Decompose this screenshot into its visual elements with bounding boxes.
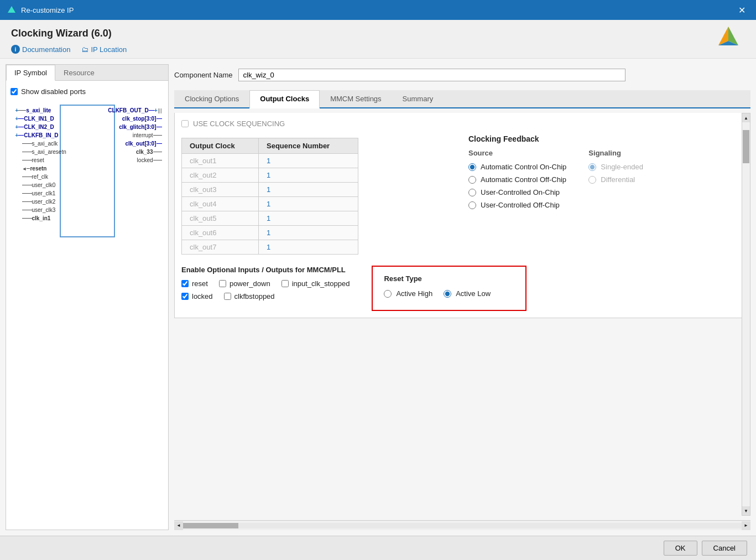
component-name-label: Component Name — [174, 71, 233, 79]
documentation-label: Documentation — [22, 45, 70, 54]
clock-seq-1[interactable]: 1 — [259, 154, 358, 168]
source-label-4: User-Controlled Off-Chip — [481, 201, 560, 209]
tab-clocking-options[interactable]: Clocking Options — [174, 90, 249, 107]
active-high-label: Active High — [384, 289, 432, 298]
input-clk-stopped-checkbox[interactable] — [281, 280, 289, 287]
table-row: clk_out1 1 — [182, 154, 358, 168]
port-clk-out: clk_out[3:0] — [107, 141, 161, 147]
tab-mmcm-settings[interactable]: MMCM Settings — [320, 90, 392, 107]
optional-row-1: reset power_down input_clk_stopped — [181, 279, 350, 288]
ip-location-label: IP Location — [91, 45, 127, 54]
clkfbstopped-checkbox-label: clkfbstopped — [224, 292, 275, 300]
vscroll-thumb[interactable] — [743, 130, 749, 163]
vertical-scrollbar[interactable]: ▲ ▼ — [742, 113, 750, 516]
clocking-feedback-title: Clocking Feedback — [468, 134, 739, 143]
header-area: Clocking Wizard (6.0) i Documentation 🗂 … — [0, 20, 756, 59]
port-clk-in1-d: + CLK_IN1_D — [15, 116, 67, 122]
right-col: Clocking Feedback Source Automatic Contr… — [468, 134, 739, 255]
hscroll-thumb[interactable] — [183, 523, 238, 528]
power-down-checkbox[interactable] — [219, 280, 226, 287]
source-radio-2[interactable] — [468, 176, 476, 184]
locked-checkbox[interactable] — [181, 293, 189, 300]
svg-marker-0 — [8, 6, 15, 13]
optional-inputs-title: Enable Optional Inputs / Outputs for MMC… — [181, 266, 350, 274]
bottom-row: Enable Optional Inputs / Outputs for MMC… — [181, 266, 739, 311]
port-clk-glitch: clk_glitch[3:0] — [107, 124, 161, 130]
symbol-wrapper: + s_axi_lite + CLK_IN1_D + — [15, 105, 159, 243]
port-s-axi-lite: + s_axi_lite — [15, 107, 67, 113]
tab-resource[interactable]: Resource — [55, 65, 103, 80]
clock-name-2: clk_out2 — [182, 168, 259, 183]
source-radio-4[interactable] — [468, 201, 476, 209]
tab-summary[interactable]: Summary — [392, 90, 444, 107]
clock-seq-7[interactable]: 1 — [259, 240, 358, 255]
signaling-option-1: Single-ended — [588, 163, 643, 171]
clock-name-4: clk_out4 — [182, 197, 259, 211]
horizontal-scrollbar[interactable] — [183, 523, 742, 528]
ok-button[interactable]: OK — [664, 541, 697, 556]
title-bar-left: Re-customize IP — [7, 5, 74, 15]
input-clk-stopped-label: input_clk_stopped — [292, 279, 350, 288]
reset-type-box: Reset Type Active High Active Low — [372, 266, 526, 311]
cancel-button[interactable]: Cancel — [702, 541, 747, 556]
left-col: Output Clock Sequence Number clk_out1 1 — [181, 134, 452, 255]
source-title: Source — [468, 149, 566, 157]
left-panel: IP Symbol Resource Show disabled ports — [6, 64, 169, 530]
signaling-title: Signaling — [588, 149, 643, 157]
reset-checkbox-label: reset — [181, 279, 208, 288]
signaling-radio-2[interactable] — [588, 176, 596, 184]
clock-seq-6[interactable]: 1 — [259, 226, 358, 240]
scroll-up-button[interactable]: ▲ — [742, 113, 750, 122]
locked-checkbox-label: locked — [181, 292, 213, 300]
clock-seq-4[interactable]: 1 — [259, 197, 358, 211]
power-down-checkbox-label: power_down — [219, 279, 270, 288]
source-option-3: User-Controlled On-Chip — [468, 188, 566, 196]
port-user-clk3: user_clk3 — [15, 207, 67, 213]
active-high-radio[interactable] — [384, 290, 392, 298]
port-s-axi-aresetn: s_axi_aresetn — [15, 149, 67, 155]
reset-checkbox[interactable] — [181, 280, 189, 287]
port-locked: locked — [107, 157, 161, 163]
source-option-1: Automatic Control On-Chip — [468, 163, 566, 171]
clkfbstopped-checkbox[interactable] — [224, 293, 231, 300]
source-radio-3[interactable] — [468, 189, 476, 196]
port-resetn: ◄ resetn — [15, 165, 67, 172]
reset-type-row: Active High Active Low — [384, 289, 514, 302]
show-disabled-ports-checkbox[interactable] — [11, 88, 18, 95]
header-links: i Documentation 🗂 IP Location — [11, 45, 745, 54]
vivado-logo-svg — [717, 25, 739, 48]
active-low-radio[interactable] — [444, 290, 451, 298]
signaling-label-2: Differential — [601, 175, 635, 184]
scroll-right-button[interactable]: ► — [742, 521, 750, 530]
close-button[interactable]: ✕ — [734, 2, 749, 18]
use-clock-sequencing-label: USE CLOCK SEQUENCING — [193, 120, 285, 128]
left-panel-container: IP Symbol Resource Show disabled ports — [6, 64, 169, 530]
source-label-2: Automatic Control Off-Chip — [481, 175, 566, 184]
table-row: clk_out5 1 — [182, 211, 358, 226]
signaling-radio-1[interactable] — [588, 163, 596, 171]
port-user-clk1: user_clk1 — [15, 190, 67, 196]
feedback-cols: Source Automatic Control On-Chip Automat… — [468, 149, 739, 214]
ip-location-link[interactable]: 🗂 IP Location — [81, 45, 127, 54]
scroll-down-button[interactable]: ▼ — [742, 506, 750, 515]
clock-seq-2[interactable]: 1 — [259, 168, 358, 183]
source-option-4: User-Controlled Off-Chip — [468, 201, 566, 209]
info-icon: i — [11, 45, 20, 54]
col-header-sequence-number: Sequence Number — [259, 138, 358, 154]
tab-ip-symbol[interactable]: IP Symbol — [6, 65, 55, 81]
vivado-logo — [717, 25, 739, 49]
bottom-section: Enable Optional Inputs / Outputs for MMC… — [181, 266, 739, 311]
source-label-3: User-Controlled On-Chip — [481, 188, 560, 196]
app-icon — [7, 5, 17, 15]
clock-name-3: clk_out3 — [182, 183, 259, 197]
source-radio-1[interactable] — [468, 163, 476, 171]
clock-seq-5[interactable]: 1 — [259, 211, 358, 226]
scroll-left-button[interactable]: ◄ — [174, 521, 183, 530]
documentation-link[interactable]: i Documentation — [11, 45, 70, 54]
tab-output-clocks[interactable]: Output Clocks — [249, 90, 320, 108]
table-row: clk_out7 1 — [182, 240, 358, 255]
use-clock-sequencing-checkbox[interactable] — [181, 120, 189, 127]
component-name-input[interactable] — [238, 69, 625, 81]
horizontal-scrollbar-container: ◄ ► — [174, 520, 750, 530]
clock-seq-3[interactable]: 1 — [259, 183, 358, 197]
